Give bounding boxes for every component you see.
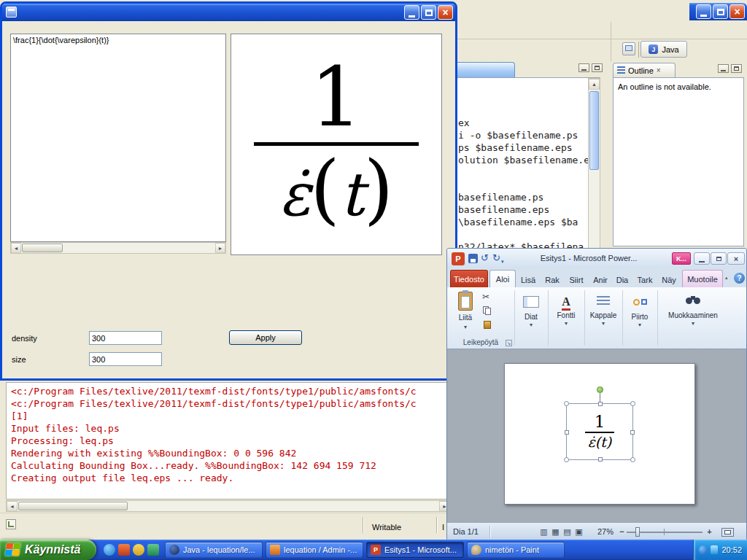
status-tree-icon[interactable] (6, 519, 16, 529)
resize-handle-se[interactable] (630, 457, 635, 462)
tab-file[interactable]: Tiedosto (450, 270, 488, 287)
minimize-button[interactable] (696, 4, 711, 19)
scrollbar-thumb[interactable] (18, 502, 128, 510)
slide-sorter-button[interactable]: ▦ (550, 526, 561, 537)
script-editor[interactable]: exi -o $basefilename.psps $basefilename.… (452, 77, 600, 252)
paste-button[interactable]: Liitä ▾ (452, 290, 479, 337)
powerpoint-titlebar[interactable]: P ↺ ↻ ▾ Esitys1 - Microsoft Power... K..… (447, 249, 746, 268)
restore-button[interactable] (711, 252, 727, 265)
addin-button[interactable]: K... (672, 252, 691, 265)
maximize-button[interactable] (421, 5, 436, 20)
maximize-view-button[interactable] (731, 64, 742, 73)
help-button[interactable]: ? (734, 273, 745, 284)
zoom-slider-thumb[interactable] (635, 527, 640, 537)
tray-icon-2[interactable] (711, 545, 718, 554)
selected-equation-object[interactable]: 1 ε̇(t) (566, 403, 633, 460)
minimize-view-button[interactable] (578, 63, 589, 72)
cut-button[interactable]: ✂ (482, 292, 489, 302)
maximize-view-button[interactable] (592, 63, 603, 72)
font-icon: A (562, 296, 570, 308)
close-button[interactable]: × (729, 4, 745, 19)
tab-view[interactable]: Näy (657, 272, 681, 287)
resize-handle-nw[interactable] (564, 401, 569, 406)
scrollbar-thumb[interactable] (22, 244, 63, 252)
collapse-ribbon-icon[interactable]: ▴ (725, 275, 728, 281)
console-scrollbar[interactable]: ◄ ► (6, 500, 451, 512)
java-perspective-button[interactable]: J Java (640, 41, 687, 58)
paragraph-group-button[interactable]: Kappale ▾ (586, 290, 621, 346)
scroll-left-button[interactable]: ◄ (7, 501, 18, 511)
copy-button[interactable] (483, 306, 492, 315)
resize-handle-ne[interactable] (630, 401, 635, 406)
tray-icon-1[interactable] (699, 545, 707, 555)
editor-scrollbar[interactable]: ▲ (588, 78, 600, 252)
rotation-handle[interactable] (597, 386, 603, 393)
tab-design[interactable]: Rak (541, 272, 564, 287)
resize-handle-s[interactable] (598, 457, 603, 462)
tab-format[interactable]: Muotoile (682, 270, 723, 287)
reading-view-button[interactable]: ▤ (562, 526, 573, 537)
quick-launch-icon-3[interactable] (133, 544, 144, 556)
maximize-button[interactable] (713, 4, 728, 19)
slideshow-button[interactable]: ▣ (573, 526, 584, 537)
taskbar-button-ftp[interactable]: lequation / Admin -... (266, 542, 363, 558)
scroll-left-button[interactable]: ◄ (11, 243, 21, 253)
drawing-group-button[interactable]: Piirto ▾ (624, 290, 656, 346)
binoculars-icon (686, 296, 700, 306)
open-perspective-button[interactable] (622, 42, 635, 55)
taskbar-button-paint[interactable]: nimetön - Paint (467, 542, 565, 558)
close-button[interactable]: × (727, 252, 745, 265)
eclipse-titlebar[interactable]: × (689, 3, 747, 20)
tab-review[interactable]: Tark (632, 272, 657, 287)
resize-handle-n[interactable] (598, 402, 603, 406)
tab-outline[interactable]: Outline × (613, 63, 676, 77)
quick-launch-icon-4[interactable] (147, 544, 159, 556)
resize-handle-w[interactable] (565, 430, 569, 435)
resize-handle-sw[interactable] (564, 457, 569, 462)
minimize-view-button[interactable] (718, 64, 729, 73)
slide-canvas[interactable]: 1 ε̇(t) (504, 363, 695, 505)
apply-button[interactable]: Apply (229, 330, 302, 345)
console-line: [1] (11, 411, 450, 423)
editor-tab[interactable] (452, 62, 515, 77)
zoom-out-button[interactable]: − (616, 526, 627, 537)
taskbar-button-eclipse[interactable]: Java - lequation/le... (165, 542, 263, 558)
tab-transitions[interactable]: Siirt (564, 272, 589, 287)
scrollbar-thumb[interactable] (589, 91, 599, 170)
slide-workspace[interactable]: 1 ε̇(t) (447, 349, 746, 522)
zoom-in-button[interactable]: + (704, 526, 715, 537)
undo-button[interactable]: ↺ (481, 252, 489, 264)
font-group-button[interactable]: A Fontti ▾ (549, 290, 583, 346)
minimize-button[interactable] (694, 252, 710, 265)
quick-launch-icon-1[interactable] (104, 544, 115, 556)
format-painter-button[interactable] (484, 321, 491, 329)
minimize-button[interactable] (404, 5, 419, 20)
scroll-right-button[interactable]: ► (215, 243, 225, 253)
tab-insert[interactable]: Lisä (516, 272, 541, 287)
density-input[interactable] (89, 331, 162, 345)
taskbar-button-powerpoint[interactable]: P Esitys1 - Microsoft... (366, 542, 464, 558)
save-icon[interactable] (468, 254, 478, 263)
normal-view-button[interactable]: ▥ (538, 526, 549, 537)
resize-handle-e[interactable] (630, 430, 635, 435)
tab-slideshow[interactable]: Dia (612, 272, 632, 287)
tab-animations[interactable]: Anir (589, 272, 612, 287)
editing-group-button[interactable]: Muokkaaminen ▾ (659, 290, 727, 346)
size-input[interactable] (89, 352, 162, 366)
latex-input[interactable]: \frac{1}{\dot{\varepsilon}(t)} (10, 34, 226, 242)
tab-home[interactable]: Aloi (489, 270, 516, 287)
start-button[interactable]: Käynnistä (0, 540, 96, 560)
dropdown-arrow-icon[interactable]: ▾ (501, 256, 504, 268)
dialog-launcher[interactable]: ↘ (506, 340, 512, 346)
latex-input-scrollbar[interactable]: ◄ ► (10, 242, 226, 254)
latex-titlebar[interactable]: × (2, 4, 455, 21)
slides-group-button[interactable]: Diat ▾ (516, 290, 546, 346)
quick-launch-icon-2[interactable] (118, 544, 130, 556)
scroll-up-button[interactable]: ▲ (589, 79, 600, 90)
group-divider (514, 290, 515, 346)
editor-line: ex (458, 117, 600, 130)
fit-to-window-button[interactable] (721, 528, 734, 537)
close-view-icon[interactable]: × (657, 66, 661, 74)
redo-button[interactable]: ↻ (492, 252, 500, 264)
close-button[interactable]: × (438, 5, 453, 20)
